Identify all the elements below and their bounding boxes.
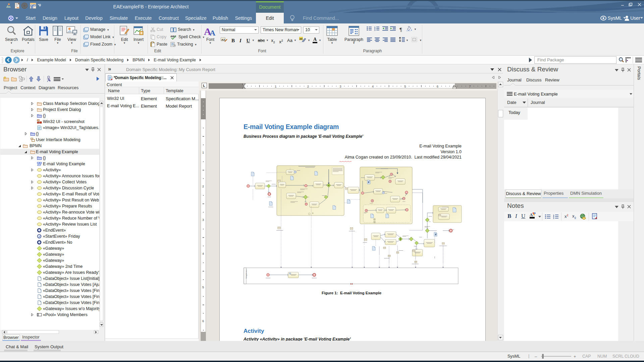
svg-text:7: 7 (469, 84, 471, 88)
svg-text:ab: ab (300, 37, 303, 40)
svg-text:5: 5 (404, 84, 406, 88)
svg-text:A3: A3 (221, 38, 225, 41)
svg-text:6: 6 (202, 319, 204, 323)
svg-text:3: 3 (339, 84, 341, 88)
svg-text:3: 3 (553, 217, 554, 219)
svg-text:6: 6 (437, 84, 438, 88)
svg-text:1: 1 (275, 84, 276, 88)
svg-text:3: 3 (202, 218, 204, 222)
svg-text:A: A (210, 28, 216, 37)
svg-text:5: 5 (202, 285, 204, 289)
svg-text:4: 4 (202, 252, 204, 255)
svg-text:1: 1 (202, 150, 204, 154)
svg-text:2: 2 (307, 84, 309, 88)
svg-text:Voting Members: Voting Members (246, 269, 247, 279)
svg-text:2: 2 (202, 184, 204, 188)
svg-text:4: 4 (372, 84, 374, 88)
svg-text:3: 3 (374, 29, 375, 31)
